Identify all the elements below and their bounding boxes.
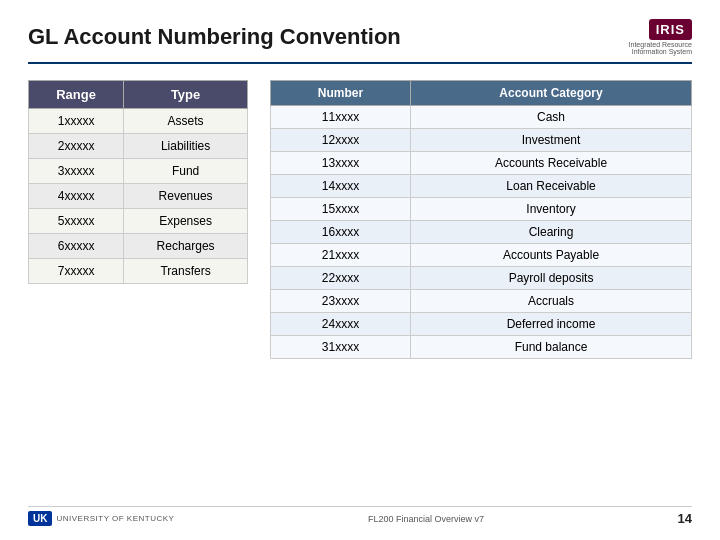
page-title: GL Account Numbering Convention — [28, 24, 401, 50]
left-range-cell: 4xxxxx — [29, 184, 124, 209]
right-table-wrap: Number Account Category 11xxxxCash12xxxx… — [270, 80, 692, 498]
right-category-cell: Accounts Receivable — [411, 152, 692, 175]
left-range-cell: 1xxxxx — [29, 109, 124, 134]
right-category-cell: Payroll deposits — [411, 267, 692, 290]
right-table-row: 24xxxxDeferred income — [271, 313, 692, 336]
left-type-cell: Liabilities — [124, 134, 248, 159]
left-table-row: 5xxxxxExpenses — [29, 209, 248, 234]
right-category-cell: Fund balance — [411, 336, 692, 359]
footer-logo: UK University of Kentucky — [28, 511, 174, 526]
right-number-cell: 11xxxx — [271, 106, 411, 129]
right-number-cell: 14xxxx — [271, 175, 411, 198]
right-table-row: 13xxxxAccounts Receivable — [271, 152, 692, 175]
left-table-row: 6xxxxxRecharges — [29, 234, 248, 259]
left-type-cell: Fund — [124, 159, 248, 184]
right-number-cell: 15xxxx — [271, 198, 411, 221]
right-table-row: 23xxxxAccruals — [271, 290, 692, 313]
right-header-number: Number — [271, 81, 411, 106]
right-table-row: 31xxxxFund balance — [271, 336, 692, 359]
left-table-row: 1xxxxxAssets — [29, 109, 248, 134]
footer-center-text: FL200 Financial Overview v7 — [368, 514, 484, 524]
left-type-cell: Expenses — [124, 209, 248, 234]
logo-sub: Integrated ResourceInformation System — [629, 41, 692, 55]
right-table-row: 11xxxxCash — [271, 106, 692, 129]
right-number-cell: 31xxxx — [271, 336, 411, 359]
footer-page-number: 14 — [678, 511, 692, 526]
left-table-row: 4xxxxxRevenues — [29, 184, 248, 209]
right-category-cell: Loan Receivable — [411, 175, 692, 198]
right-category-cell: Clearing — [411, 221, 692, 244]
right-table-row: 21xxxxAccounts Payable — [271, 244, 692, 267]
right-table-row: 22xxxxPayroll deposits — [271, 267, 692, 290]
right-category-cell: Accounts Payable — [411, 244, 692, 267]
right-category-cell: Investment — [411, 129, 692, 152]
left-header-type: Type — [124, 81, 248, 109]
right-table: Number Account Category 11xxxxCash12xxxx… — [270, 80, 692, 359]
logo-box: IRIS — [649, 19, 692, 40]
left-type-cell: Transfers — [124, 259, 248, 284]
footer-uk-label: UK — [28, 511, 52, 526]
right-number-cell: 12xxxx — [271, 129, 411, 152]
right-table-row: 12xxxxInvestment — [271, 129, 692, 152]
right-number-cell: 22xxxx — [271, 267, 411, 290]
left-table-wrap: Range Type 1xxxxxAssets2xxxxxLiabilities… — [28, 80, 248, 498]
logo-area: IRIS Integrated ResourceInformation Syst… — [622, 18, 692, 56]
right-header-category: Account Category — [411, 81, 692, 106]
right-table-row: 16xxxxClearing — [271, 221, 692, 244]
footer: UK University of Kentucky FL200 Financia… — [28, 506, 692, 526]
page: GL Account Numbering Convention IRIS Int… — [0, 0, 720, 540]
right-number-cell: 24xxxx — [271, 313, 411, 336]
left-table-row: 7xxxxxTransfers — [29, 259, 248, 284]
right-table-row: 15xxxxInventory — [271, 198, 692, 221]
right-number-cell: 21xxxx — [271, 244, 411, 267]
left-range-cell: 5xxxxx — [29, 209, 124, 234]
right-category-cell: Deferred income — [411, 313, 692, 336]
left-type-cell: Recharges — [124, 234, 248, 259]
left-range-cell: 2xxxxx — [29, 134, 124, 159]
left-range-cell: 3xxxxx — [29, 159, 124, 184]
main-content: Range Type 1xxxxxAssets2xxxxxLiabilities… — [28, 80, 692, 498]
right-category-cell: Cash — [411, 106, 692, 129]
left-range-cell: 6xxxxx — [29, 234, 124, 259]
right-table-row: 14xxxxLoan Receivable — [271, 175, 692, 198]
header: GL Account Numbering Convention IRIS Int… — [28, 18, 692, 64]
left-type-cell: Assets — [124, 109, 248, 134]
left-table: Range Type 1xxxxxAssets2xxxxxLiabilities… — [28, 80, 248, 284]
left-range-cell: 7xxxxx — [29, 259, 124, 284]
right-category-cell: Inventory — [411, 198, 692, 221]
left-type-cell: Revenues — [124, 184, 248, 209]
right-category-cell: Accruals — [411, 290, 692, 313]
left-table-row: 2xxxxxLiabilities — [29, 134, 248, 159]
right-number-cell: 13xxxx — [271, 152, 411, 175]
footer-uk-text: University of Kentucky — [56, 514, 174, 523]
left-header-range: Range — [29, 81, 124, 109]
right-number-cell: 23xxxx — [271, 290, 411, 313]
left-table-row: 3xxxxxFund — [29, 159, 248, 184]
right-number-cell: 16xxxx — [271, 221, 411, 244]
